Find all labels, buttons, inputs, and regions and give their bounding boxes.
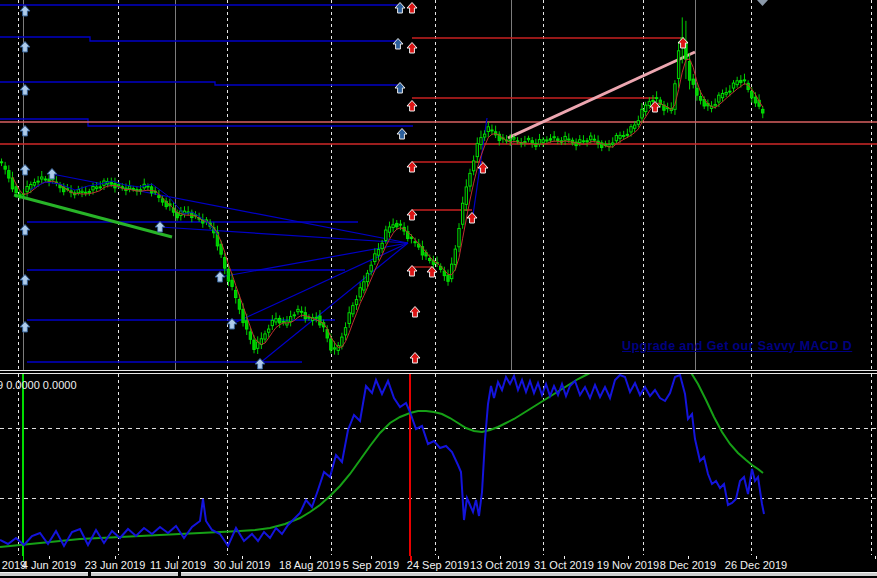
red-up-arrow-marker <box>410 353 420 364</box>
axis-date-label: 4 Jun 2019 <box>22 559 76 571</box>
red-up-arrow-marker <box>407 162 417 173</box>
window-edge[interactable] <box>181 572 877 576</box>
axis-date-label: 19 Nov 2019 <box>597 559 659 571</box>
axis-tick <box>875 556 876 559</box>
axis-date-label: 31 Oct 2019 <box>534 559 594 571</box>
axis-date-label: 11 Jul 2019 <box>150 559 206 571</box>
axis-date-label: 24 Sep 2019 <box>407 559 469 571</box>
bottom-window-edges <box>0 572 877 578</box>
axis-date-label: 18 Aug 2019 <box>279 559 341 571</box>
red-up-arrow-marker <box>407 43 417 54</box>
blue-up-arrow-marker <box>20 85 30 96</box>
red-up-arrow-marker <box>467 213 477 224</box>
blue-up-arrow-marker <box>393 39 403 50</box>
signal-arrow-markers <box>20 0 768 369</box>
red-level-lines <box>0 38 877 267</box>
blue-up-arrow-marker <box>20 165 30 176</box>
promo-link[interactable]: Upgrade and Get our Savvy MACD D <box>622 339 852 353</box>
blue-up-arrow-marker <box>397 129 407 140</box>
indicator-value-label: 9 0.0000 0.0000 <box>0 379 77 391</box>
indicator-grid <box>0 374 877 555</box>
window-edge[interactable] <box>91 572 178 576</box>
axis-date-label: 26 Dec 2019 <box>725 559 787 571</box>
red-up-arrow-marker <box>407 210 417 221</box>
main-price-chart[interactable] <box>0 0 877 370</box>
blue-level-lines <box>0 5 413 362</box>
blue-up-arrow-marker <box>20 126 30 137</box>
axis-date-label: 23 Jun 2019 <box>85 559 146 571</box>
axis-date-label: 5 Sep 2019 <box>343 559 399 571</box>
blue-up-arrow-marker <box>20 225 30 236</box>
red-up-arrow-marker <box>407 101 417 112</box>
axis-date-label: 13 Oct 2019 <box>470 559 530 571</box>
trading-chart-window: 9 0.0000 0.0000 Upgrade and Get our Savv… <box>0 0 877 578</box>
blue-up-arrow-marker <box>47 169 57 180</box>
clipped-gray-arrow-marker <box>757 0 768 6</box>
red-up-arrow-marker <box>407 3 417 14</box>
blue-up-arrow-marker <box>395 3 405 14</box>
time-axis[interactable]: 20194 Jun 201923 Jun 201911 Jul 201930 J… <box>0 556 877 572</box>
signal-line-green <box>0 374 763 547</box>
blue-up-arrow-marker <box>215 272 225 283</box>
axis-date-label: 8 Dec 2019 <box>660 559 716 571</box>
axis-date-label: 30 Jul 2019 <box>214 559 271 571</box>
red-up-arrow-marker <box>427 267 437 278</box>
window-edge[interactable] <box>0 572 88 576</box>
blue-up-arrow-marker <box>20 42 30 53</box>
blue-up-arrow-marker <box>20 6 30 17</box>
candles-group <box>0 17 764 355</box>
macd-line-blue <box>0 375 764 546</box>
blue-up-arrow-marker <box>155 222 165 233</box>
blue-up-arrow-marker <box>395 83 405 94</box>
red-up-arrow-marker <box>410 307 420 318</box>
blue-up-arrow-marker <box>20 275 30 286</box>
blue-up-arrow-marker <box>20 322 30 333</box>
macd-indicator-panel[interactable] <box>0 374 877 556</box>
